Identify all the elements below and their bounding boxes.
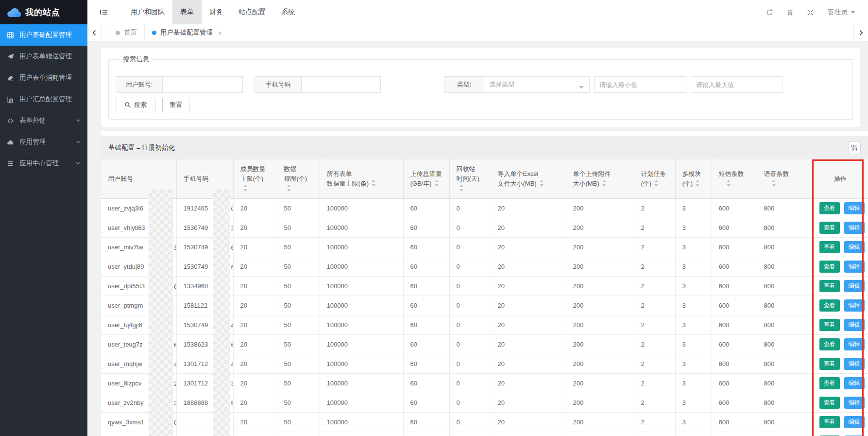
value-cell-6: 200: [566, 413, 634, 432]
table-row-10: user_zv2nby31888888920501000006002020023…: [101, 393, 868, 413]
nav-tab-4[interactable]: 系统: [273, 0, 303, 24]
view-button[interactable]: 查看: [819, 416, 840, 428]
view-button[interactable]: 查看: [819, 299, 840, 312]
sort-icon[interactable]: [460, 184, 464, 192]
reset-button[interactable]: 重置: [162, 98, 189, 112]
phone-tail: 6: [231, 341, 234, 348]
phone-prefix: 1530749: [184, 244, 208, 251]
page-tab-0[interactable]: 首页: [108, 24, 145, 41]
view-button[interactable]: 查看: [819, 241, 840, 253]
value-cell-9: 600: [712, 335, 757, 354]
nav-tab-0[interactable]: 用户和团队: [123, 0, 172, 24]
admin-dropdown[interactable]: 管理员: [827, 8, 855, 17]
sidebar-item-2[interactable]: 用户表单消耗管理: [0, 67, 87, 88]
column-header-10[interactable]: 多模块(个): [675, 159, 712, 199]
refresh-icon[interactable]: [766, 9, 773, 16]
max-value-input[interactable]: [691, 76, 783, 93]
sidebar-item-1[interactable]: 用户表单赠送管理: [0, 46, 87, 67]
sort-icon[interactable]: [287, 184, 291, 192]
sidebar: 我的站点 用户基础配置管理用户表单赠送管理用户表单消耗管理用户汇总配置管理表单外…: [0, 0, 87, 436]
column-header-9[interactable]: 计划任务(个): [634, 159, 675, 199]
value-cell-9: 600: [712, 238, 757, 257]
phone-prefix: 1301712: [184, 380, 208, 387]
min-value-input[interactable]: [594, 76, 686, 93]
edit-button[interactable]: 编辑: [844, 358, 865, 370]
edit-button[interactable]: 编辑: [844, 299, 865, 312]
edit-button[interactable]: 编辑: [844, 338, 865, 350]
navbar-right: 管理员: [766, 8, 868, 17]
sort-icon[interactable]: [654, 179, 659, 187]
edit-button[interactable]: 编辑: [844, 222, 865, 234]
sidebar-item-6[interactable]: 应用中心管理: [0, 153, 87, 174]
nav-tab-3[interactable]: 站点配置: [231, 0, 273, 24]
view-button[interactable]: 查看: [819, 358, 840, 370]
close-icon[interactable]: ×: [218, 29, 222, 36]
sidebar-item-5[interactable]: 应用管理: [0, 131, 87, 153]
tabs-scroll-right-icon[interactable]: [853, 24, 868, 41]
tabs-scroll-left-icon[interactable]: [87, 24, 102, 41]
view-button[interactable]: 查看: [819, 222, 840, 234]
edit-button[interactable]: 编辑: [844, 261, 865, 273]
fullscreen-icon[interactable]: [807, 9, 814, 16]
sort-icon[interactable]: [772, 179, 776, 187]
value-cell-1: 50: [277, 432, 320, 436]
account-cell: user_ptmgm..: [101, 296, 176, 315]
column-header-12[interactable]: 语音条数: [757, 159, 812, 199]
type-select[interactable]: 选择类型: [484, 76, 590, 93]
sidebar-item-0[interactable]: 用户基础配置管理: [0, 24, 87, 46]
tab-dot: [116, 31, 120, 35]
view-button[interactable]: 查看: [819, 202, 840, 214]
edit-button[interactable]: 编辑: [844, 397, 865, 409]
value-cell-5: 20: [491, 413, 566, 432]
view-button[interactable]: 查看: [819, 377, 840, 389]
value-cell-1: 50: [277, 296, 320, 315]
column-settings-button[interactable]: [848, 141, 861, 154]
nav-tab-1[interactable]: 表单: [172, 0, 202, 24]
sidebar-item-3[interactable]: 用户汇总配置管理: [0, 88, 87, 110]
column-header-2[interactable]: 成员数量上限(个): [233, 159, 277, 199]
edit-button[interactable]: 编辑: [844, 280, 865, 292]
view-button[interactable]: 查看: [819, 397, 840, 409]
column-header-8[interactable]: 单个上传附件大小(MB): [566, 159, 634, 199]
edit-button[interactable]: 编辑: [844, 416, 865, 428]
sort-icon[interactable]: [696, 179, 700, 187]
column-header-3[interactable]: 数据视图(个): [277, 159, 320, 199]
sort-icon[interactable]: [727, 179, 731, 187]
sort-icon[interactable]: [435, 179, 439, 187]
column-header-5[interactable]: 上传总流量(GB/年): [403, 159, 449, 199]
account-cell: user_teug7z6: [101, 335, 176, 354]
sort-icon[interactable]: [243, 184, 248, 192]
value-cell-7: 2: [634, 199, 675, 218]
value-cell-6: 200: [566, 199, 634, 218]
account-input[interactable]: [162, 76, 243, 93]
search-button[interactable]: 搜索: [116, 98, 155, 112]
value-cell-8: 3: [675, 199, 712, 218]
view-button[interactable]: 查看: [819, 319, 840, 331]
page-tab-1[interactable]: 用户基础配置管理×: [144, 24, 230, 41]
column-header-6[interactable]: 回收站时间(天): [449, 159, 491, 199]
value-cell-2: 100000: [320, 238, 403, 257]
edit-button[interactable]: 编辑: [844, 377, 865, 389]
sort-icon[interactable]: [540, 179, 544, 187]
view-button[interactable]: 查看: [819, 338, 840, 350]
view-button[interactable]: 查看: [819, 261, 840, 273]
nav-tab-2[interactable]: 财务: [202, 0, 231, 24]
column-header-7[interactable]: 导入单个Excel文件大小(MB): [491, 159, 566, 199]
menu-toggle-icon[interactable]: [87, 8, 116, 16]
sort-icon[interactable]: [602, 179, 607, 187]
column-header-11[interactable]: 短信条数: [712, 159, 757, 199]
edit-button[interactable]: 编辑: [844, 202, 865, 214]
edit-button[interactable]: 编辑: [844, 319, 865, 331]
value-cell-3: 60: [403, 354, 449, 374]
value-cell-9: 600: [712, 432, 757, 436]
phone-input[interactable]: [301, 76, 381, 93]
column-header-4[interactable]: 所有表单数据量上限(条): [320, 159, 403, 199]
sidebar-item-4[interactable]: 表单外链: [0, 110, 87, 131]
phone-cell: 15307494: [176, 315, 233, 335]
edit-button[interactable]: 编辑: [844, 241, 865, 253]
trash-icon[interactable]: [786, 9, 794, 16]
phone-prefix: 1530749: [184, 321, 208, 329]
sort-icon[interactable]: [372, 179, 376, 187]
view-button[interactable]: 查看: [819, 280, 840, 292]
value-cell-5: 20: [491, 199, 566, 218]
